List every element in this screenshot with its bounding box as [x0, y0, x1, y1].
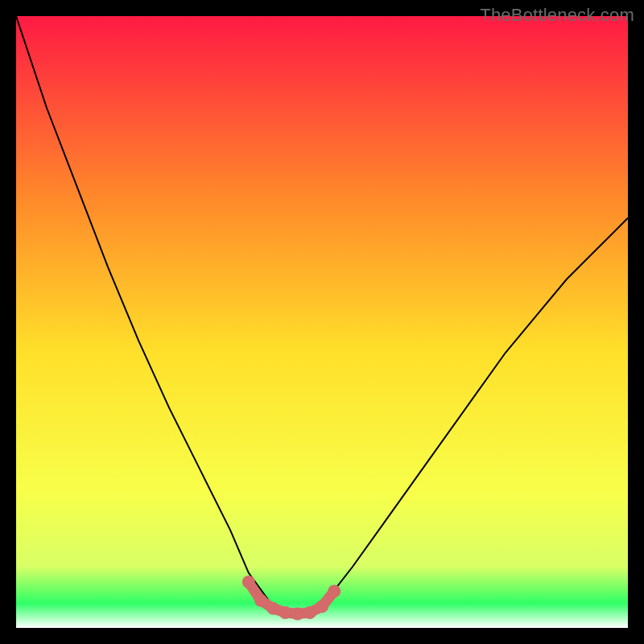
marker-dot	[266, 602, 279, 615]
marker-dot	[316, 600, 328, 613]
marker-dot	[328, 584, 341, 597]
watermark-text: TheBottleneck.com	[480, 5, 634, 26]
chart-frame: TheBottleneck.com	[0, 0, 644, 644]
plot-area	[16, 16, 628, 628]
marker-dot	[303, 606, 316, 619]
marker-dot	[254, 594, 267, 607]
marker-dot	[242, 576, 255, 588]
marker-dot	[291, 608, 304, 621]
marker-dot	[279, 606, 291, 619]
chart-svg	[16, 16, 628, 628]
gradient-background	[16, 16, 628, 628]
